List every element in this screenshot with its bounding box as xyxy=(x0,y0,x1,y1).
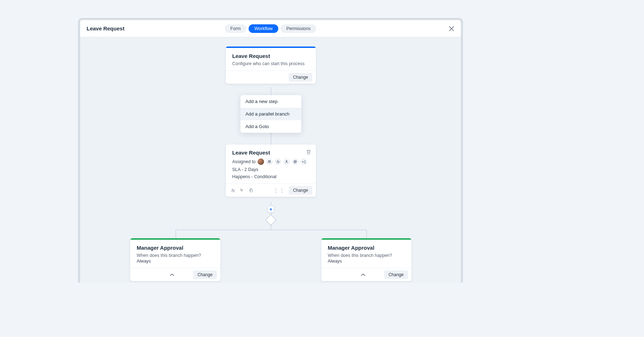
branch-right-title: Manager Approval xyxy=(328,245,405,251)
assignee-formula-chip[interactable]: fx xyxy=(275,158,281,165)
view-tabs: Form Workflow Permissions xyxy=(225,24,316,33)
branch-left-answer: Always xyxy=(137,259,214,264)
start-card-title: Leave Request xyxy=(232,53,309,59)
start-change-button[interactable]: Change xyxy=(289,73,312,82)
svg-rect-3 xyxy=(250,190,253,192)
svg-point-1 xyxy=(270,161,271,162)
page-frame: Leave Request Form Workflow Permissions … xyxy=(0,0,644,337)
step-happens: Happens - Conditional xyxy=(232,174,309,179)
tab-form[interactable]: Form xyxy=(225,24,247,33)
trash-icon xyxy=(306,150,311,155)
start-card[interactable]: Leave Request Configure who can start th… xyxy=(226,47,316,84)
chevron-up-icon xyxy=(170,273,175,277)
popover-add-goto[interactable]: Add a Goto xyxy=(240,120,301,133)
group-icon xyxy=(268,160,271,163)
drag-handle[interactable]: ⋮⋮ xyxy=(273,187,285,194)
formula-action[interactable]: fx xyxy=(231,187,235,194)
svg-point-0 xyxy=(268,161,269,162)
close-button[interactable] xyxy=(447,24,456,33)
branch-card-left[interactable]: Manager Approval When does this branch h… xyxy=(130,238,220,281)
step-card-title: Leave Request xyxy=(232,150,309,156)
popover-add-parallel-branch[interactable]: Add a parallel branch xyxy=(240,108,301,120)
branch-left-title: Manager Approval xyxy=(137,245,214,251)
assignee-stack-chip[interactable] xyxy=(292,158,298,165)
cursor-action[interactable] xyxy=(240,188,244,192)
cursor-icon xyxy=(240,188,244,192)
workflow-editor-modal: Leave Request Form Workflow Permissions … xyxy=(78,18,463,283)
assignee-avatar[interactable] xyxy=(258,158,264,165)
branch-right-answer: Always xyxy=(328,259,405,264)
branch-right-question: When does this branch happen? xyxy=(328,253,405,258)
step-card[interactable]: Leave Request Assigned to fx xyxy=(226,145,316,197)
step-change-button[interactable]: Change xyxy=(289,186,312,195)
assignee-user-chip[interactable] xyxy=(283,158,290,165)
modal-header: Leave Request Form Workflow Permissions xyxy=(80,20,461,37)
branch-left-question: When does this branch happen? xyxy=(137,253,214,258)
branch-left-change-button[interactable]: Change xyxy=(193,270,217,279)
connector-line xyxy=(271,224,271,230)
branch-right-change-button[interactable]: Change xyxy=(384,270,408,279)
popover-add-step[interactable]: Add a new step xyxy=(240,95,301,108)
start-card-subtitle: Configure who can start this process xyxy=(232,61,309,66)
tab-workflow[interactable]: Workflow xyxy=(249,24,278,33)
stack-icon xyxy=(293,160,297,163)
step-sla: SLA - 2 Days xyxy=(232,167,309,172)
branch-card-right[interactable]: Manager Approval When does this branch h… xyxy=(321,238,411,281)
branch-left-collapse[interactable] xyxy=(170,273,175,277)
assigned-to-label: Assigned to xyxy=(232,159,255,164)
svg-point-2 xyxy=(286,160,288,162)
add-node-button[interactable]: + xyxy=(267,205,275,213)
chevron-up-icon xyxy=(361,273,366,277)
step-footer-icons: fx xyxy=(229,187,253,194)
tab-permissions[interactable]: Permissions xyxy=(280,24,316,33)
workflow-canvas[interactable]: Leave Request Configure who can start th… xyxy=(80,37,461,283)
close-icon xyxy=(449,26,454,31)
branch-right-collapse[interactable] xyxy=(361,273,366,277)
copy-action[interactable] xyxy=(249,188,253,192)
copy-icon xyxy=(249,188,253,192)
assignee-group-chip[interactable] xyxy=(266,158,273,165)
assigned-to-row: Assigned to fx +1 xyxy=(232,158,309,165)
modal-title: Leave Request xyxy=(87,25,125,31)
user-icon xyxy=(285,160,288,163)
delete-step-button[interactable] xyxy=(306,150,311,155)
add-node-popover: Add a new step Add a parallel branch Add… xyxy=(240,95,301,133)
branch-connector xyxy=(176,230,367,238)
assignee-more-chip[interactable]: +1 xyxy=(301,158,307,165)
